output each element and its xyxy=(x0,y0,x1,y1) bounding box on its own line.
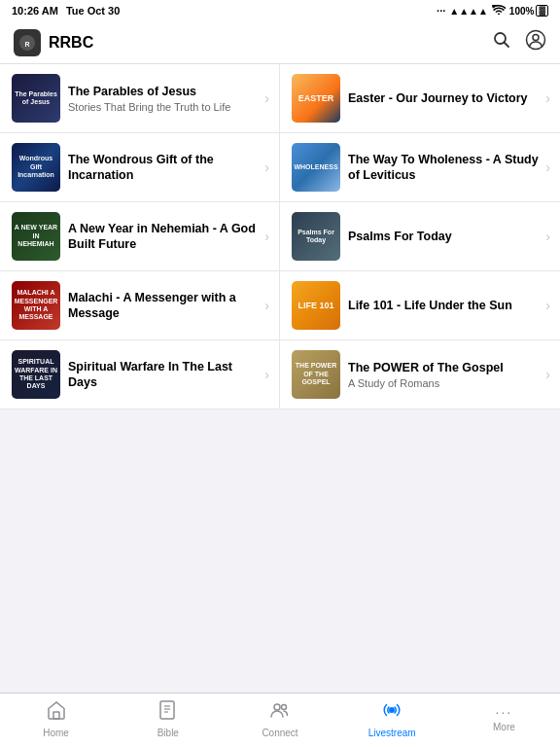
tab-connect-label: Connect xyxy=(262,728,298,738)
series-grid: The Parables of Jesus The Parables of Je… xyxy=(0,64,560,409)
series-thumb-power: THE POWER OF THE GOSPEL xyxy=(292,350,340,399)
profile-button[interactable] xyxy=(525,29,546,55)
app-logo: R xyxy=(14,29,41,56)
series-item-incarnation[interactable]: Wondrous Gift Incarnation The Wondrous G… xyxy=(0,133,280,202)
livestream-icon xyxy=(381,699,402,726)
tab-livestream-label: Livestream xyxy=(368,728,416,738)
series-thumb-nehemiah: A NEW YEAR IN NEHEMIAH xyxy=(12,212,60,261)
svg-point-11 xyxy=(274,704,280,710)
series-info-wholeness: The Way To Wholeness - A Study of Leviti… xyxy=(348,152,540,184)
series-thumb-easter: EASTER xyxy=(292,74,340,123)
chevron-icon: › xyxy=(545,367,550,382)
series-item-wholeness[interactable]: WHOLENESS The Way To Wholeness - A Study… xyxy=(280,133,560,202)
series-title-malachi: Malachi - A Messenger with a Message xyxy=(68,290,259,322)
series-thumb-incarnation: Wondrous Gift Incarnation xyxy=(12,143,60,192)
date: Tue Oct 30 xyxy=(66,5,120,17)
series-info-psalms: Psalms For Today xyxy=(348,229,540,244)
wifi-icon xyxy=(492,5,506,17)
battery-icon: 100% ▓ xyxy=(509,5,548,17)
series-title-parables: The Parables of Jesus xyxy=(68,84,259,99)
content-area: The Parables of Jesus The Parables of Je… xyxy=(0,64,560,693)
series-title-psalms: Psalms For Today xyxy=(348,229,540,244)
series-subtitle-power: A Study of Romans xyxy=(348,377,540,389)
series-thumb-life101: LIFE 101 xyxy=(292,281,340,330)
series-subtitle-parables: Stories That Bring the Truth to Life xyxy=(68,101,259,113)
series-item-life101[interactable]: LIFE 101 Life 101 - Life Under the Sun › xyxy=(280,271,560,340)
svg-line-3 xyxy=(505,43,509,48)
status-bar: 10:26 AM Tue Oct 30 ··· ▲▲▲▲ 100% ▓ xyxy=(0,0,560,21)
chevron-icon: › xyxy=(545,160,550,175)
tab-bible[interactable]: Bible xyxy=(112,699,224,738)
series-item-malachi[interactable]: MALACHI A MESSENGER WITH A MESSAGE Malac… xyxy=(0,271,280,340)
series-item-parables[interactable]: The Parables of Jesus The Parables of Je… xyxy=(0,64,280,133)
app-header: R RRBC xyxy=(0,21,560,64)
tab-home[interactable]: Home xyxy=(0,699,112,738)
home-icon xyxy=(46,699,67,726)
series-title-incarnation: The Wondrous Gift of the Incarnation xyxy=(68,152,259,184)
chevron-icon: › xyxy=(264,229,269,244)
svg-point-5 xyxy=(533,35,539,41)
series-info-malachi: Malachi - A Messenger with a Message xyxy=(68,290,259,322)
chevron-icon: › xyxy=(545,229,550,244)
series-thumb-malachi: MALACHI A MESSENGER WITH A MESSAGE xyxy=(12,281,60,330)
svg-text:R: R xyxy=(24,41,29,48)
series-thumb-spiritual: SPIRITUAL WARFARE IN THE LAST DAYS xyxy=(12,350,60,399)
signal-icon: ▲▲▲▲ xyxy=(449,6,488,17)
bible-icon xyxy=(158,699,179,726)
tab-home-label: Home xyxy=(43,728,69,738)
series-info-easter: Easter - Our Journey to Victory xyxy=(348,90,540,106)
series-thumb-psalms: Psalms For Today xyxy=(292,212,340,261)
connect-icon xyxy=(269,699,291,726)
svg-rect-6 xyxy=(53,712,59,719)
series-title-wholeness: The Way To Wholeness - A Study of Leviti… xyxy=(348,152,540,184)
series-item-spiritual[interactable]: SPIRITUAL WARFARE IN THE LAST DAYS Spiri… xyxy=(0,340,280,409)
tab-livestream[interactable]: Livestream xyxy=(336,699,448,738)
more-icon: ··· xyxy=(496,704,513,720)
series-thumb-parables: The Parables of Jesus xyxy=(12,74,60,123)
series-title-nehemiah: A New Year in Nehemiah - A God Built Fut… xyxy=(68,221,259,253)
svg-point-12 xyxy=(282,704,287,709)
chevron-icon: › xyxy=(545,298,550,313)
series-item-power[interactable]: THE POWER OF THE GOSPEL The POWER of The… xyxy=(280,340,560,409)
chevron-icon: › xyxy=(264,367,269,382)
app-title: RRBC xyxy=(49,34,93,52)
dots-icon: ··· xyxy=(437,5,445,17)
chevron-icon: › xyxy=(264,160,269,175)
series-info-spiritual: Spiritual Warfare In The Last Days xyxy=(68,359,259,391)
chevron-icon: › xyxy=(264,90,269,106)
series-item-nehemiah[interactable]: A NEW YEAR IN NEHEMIAH A New Year in Neh… xyxy=(0,202,280,271)
series-info-nehemiah: A New Year in Nehemiah - A God Built Fut… xyxy=(68,221,259,253)
series-title-life101: Life 101 - Life Under the Sun xyxy=(348,298,540,313)
series-info-life101: Life 101 - Life Under the Sun xyxy=(348,298,540,313)
series-title-easter: Easter - Our Journey to Victory xyxy=(348,90,540,106)
series-info-incarnation: The Wondrous Gift of the Incarnation xyxy=(68,152,259,184)
tab-more[interactable]: ··· More xyxy=(448,704,560,732)
series-item-easter[interactable]: EASTER Easter - Our Journey to Victory › xyxy=(280,64,560,133)
series-title-spiritual: Spiritual Warfare In The Last Days xyxy=(68,359,259,391)
tab-connect[interactable]: Connect xyxy=(224,699,335,738)
tab-more-label: More xyxy=(493,722,515,732)
svg-rect-7 xyxy=(160,701,174,719)
series-info-parables: The Parables of Jesus Stories That Bring… xyxy=(68,84,259,113)
search-button[interactable] xyxy=(492,30,511,54)
tab-bible-label: Bible xyxy=(158,728,179,738)
series-item-psalms[interactable]: Psalms For Today Psalms For Today › xyxy=(280,202,560,271)
chevron-icon: › xyxy=(545,90,550,106)
svg-point-13 xyxy=(389,707,395,713)
time: 10:26 AM xyxy=(12,5,58,17)
series-title-power: The POWER of The Gospel xyxy=(348,360,540,375)
series-info-power: The POWER of The Gospel A Study of Roman… xyxy=(348,360,540,389)
series-thumb-wholeness: WHOLENESS xyxy=(292,143,340,192)
chevron-icon: › xyxy=(264,298,269,313)
tab-bar: Home Bible Connect Livestream ··· More xyxy=(0,693,560,747)
